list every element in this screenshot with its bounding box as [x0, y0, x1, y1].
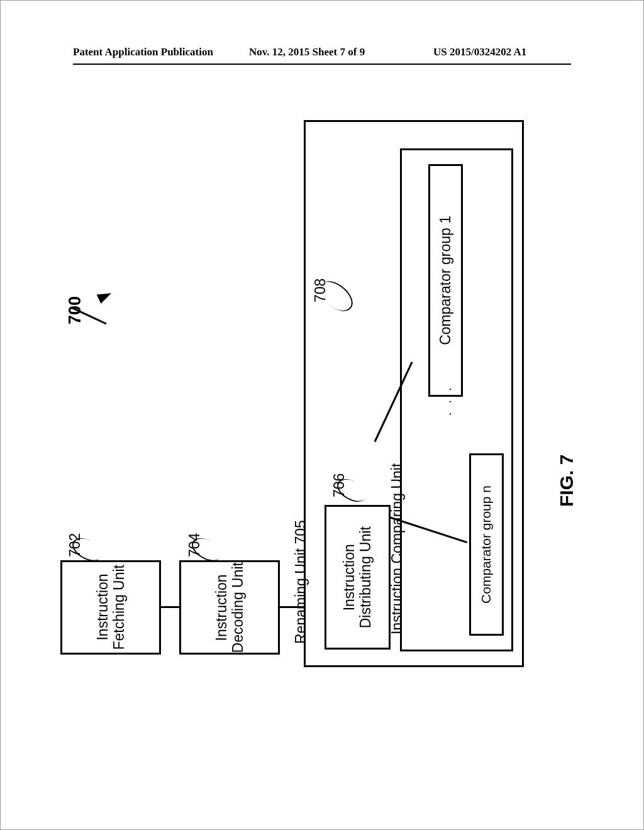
comparator-group-1-label: Comparator group 1 [437, 216, 453, 345]
figure-arrow-head [97, 289, 114, 304]
header-rule [73, 64, 571, 65]
block-fetching: Instruction Fetching Unit [60, 560, 161, 655]
header-mid: Nov. 12, 2015 Sheet 7 of 9 [249, 46, 365, 58]
diagram: Instruction Fetching Unit 702 Instructio… [120, 120, 523, 667]
block-distributing: Instruction Distributing Unit [325, 505, 391, 650]
comparator-group-1: Comparator group 1 [428, 164, 463, 397]
comparator-group-n-label: Comparator group n [479, 485, 494, 604]
conn-fetching-decoding [161, 606, 179, 608]
block-decoding: Instruction Decoding Unit [179, 560, 280, 655]
comparator-group-n: Comparator group n [469, 453, 504, 636]
block-distributing-label: Instruction Distributing Unit [341, 526, 374, 628]
ellipsis: ... [440, 379, 454, 416]
figure-caption: FIG. 7 [556, 455, 577, 507]
block-fetching-label: Instruction Fetching Unit [94, 565, 128, 650]
block-renaming-label: Renaming Unit 705 [292, 520, 309, 644]
block-decoding-label: Instruction Decoding Unit [213, 562, 247, 653]
header-left: Patent Application Publication [73, 46, 213, 58]
page: Patent Application Publication Nov. 12, … [0, 0, 644, 830]
header-right: US 2015/0324202 A1 [433, 46, 526, 58]
block-comparing-label: Instruction Comparing Unit [389, 463, 405, 634]
